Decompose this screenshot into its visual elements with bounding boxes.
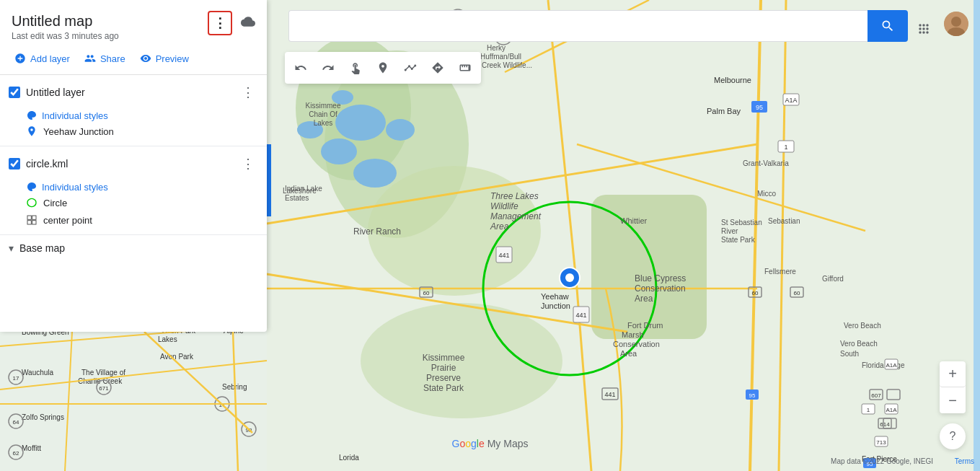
- svg-text:Fellsmere: Fellsmere: [764, 268, 796, 276]
- svg-text:Area: Area: [490, 221, 509, 232]
- svg-text:Marsh: Marsh: [622, 330, 644, 339]
- svg-rect-138: [27, 216, 31, 219]
- svg-line-137: [233, 332, 238, 471]
- svg-text:Herky: Herky: [487, 44, 506, 52]
- more-options-button[interactable]: ⋮: [208, 11, 232, 35]
- sidebar-header: Untitled map Last edit was 3 minutes ago…: [0, 0, 267, 45]
- svg-text:South: South: [840, 350, 859, 358]
- svg-text:A1A: A1A: [886, 362, 897, 369]
- svg-rect-5: [591, 195, 707, 339]
- undo-button[interactable]: [288, 55, 314, 81]
- svg-rect-140: [27, 221, 31, 224]
- cloud-icon: [241, 14, 255, 32]
- search-bar: [288, 10, 908, 42]
- terms-link[interactable]: Terms: [955, 457, 974, 465]
- layer-untitled-menu-button[interactable]: ⋮: [238, 82, 258, 102]
- svg-text:State Park: State Park: [423, 383, 464, 393]
- add-marker-button[interactable]: [370, 55, 396, 81]
- base-map-label: Base map: [19, 242, 65, 254]
- svg-text:Wildlife: Wildlife: [490, 201, 518, 211]
- svg-text:62: 62: [13, 450, 19, 457]
- redo-button[interactable]: [315, 55, 341, 81]
- save-to-drive-button[interactable]: [235, 10, 261, 36]
- svg-text:Micco: Micco: [757, 190, 777, 198]
- minus-icon: −: [948, 392, 957, 409]
- layer-untitled-sub: Individual styles Yeehaw Junction: [0, 107, 267, 146]
- layer-untitled-checkbox[interactable]: [9, 87, 20, 98]
- layer-menu-icon: ⋮: [242, 84, 255, 100]
- svg-text:Avon Park: Avon Park: [160, 353, 194, 361]
- svg-text:Yeehaw: Yeehaw: [541, 292, 569, 301]
- layer-untitled: Untitled layer ⋮ Individual styles Yeeha…: [0, 75, 267, 146]
- measure-button[interactable]: [452, 55, 478, 81]
- layer-circle-menu-icon: ⋮: [242, 156, 255, 172]
- base-map-section[interactable]: ▾ Base map: [0, 235, 267, 261]
- google-apps-button[interactable]: [911, 16, 937, 42]
- place-center-point[interactable]: center point: [26, 211, 258, 229]
- svg-text:Vero Beach: Vero Beach: [840, 340, 878, 348]
- svg-text:St Sebastian: St Sebastian: [721, 219, 762, 226]
- place-center-point-name: center point: [43, 215, 92, 226]
- svg-text:River: River: [721, 227, 738, 235]
- svg-text:Kissimmee: Kissimmee: [423, 353, 465, 363]
- help-button[interactable]: ?: [940, 423, 966, 449]
- add-layer-button[interactable]: Add layer: [9, 50, 76, 67]
- svg-point-9: [353, 159, 397, 188]
- svg-text:Estates: Estates: [285, 194, 309, 202]
- svg-text:64: 64: [13, 419, 19, 426]
- share-label: Share: [100, 53, 125, 64]
- svg-text:Grant-Valkaria: Grant-Valkaria: [743, 159, 789, 167]
- search-button[interactable]: [868, 10, 908, 42]
- svg-rect-139: [32, 216, 36, 219]
- avatar[interactable]: [944, 12, 968, 36]
- directions-button[interactable]: [425, 55, 451, 81]
- svg-text:Florida Ridge: Florida Ridge: [862, 361, 905, 369]
- draw-line-button[interactable]: [397, 55, 423, 81]
- chevron-down-icon: ▾: [9, 242, 14, 254]
- layer-circle-kml-checkbox[interactable]: [9, 158, 20, 170]
- svg-point-22: [565, 273, 574, 282]
- pan-button[interactable]: [343, 55, 368, 81]
- svg-point-143: [951, 17, 961, 27]
- svg-text:Junction: Junction: [541, 301, 570, 310]
- place-circle-name: Circle: [43, 198, 67, 208]
- svg-text:Huffman/Bull: Huffman/Bull: [480, 53, 521, 61]
- svg-text:441: 441: [498, 252, 509, 259]
- layer-circle-kml-header: circle.kml ⋮: [0, 146, 267, 178]
- preview-label: Preview: [156, 53, 189, 64]
- individual-styles-link-1[interactable]: Individual styles: [26, 108, 258, 123]
- svg-text:Preserve: Preserve: [426, 373, 461, 383]
- more-icon: ⋮: [213, 15, 226, 31]
- svg-point-10: [386, 119, 415, 141]
- layer-untitled-title: Untitled layer: [26, 87, 232, 98]
- layer-circle-kml-menu-button[interactable]: ⋮: [238, 154, 258, 174]
- svg-text:Conservation: Conservation: [635, 283, 686, 294]
- preview-button[interactable]: Preview: [134, 50, 195, 67]
- layer-untitled-header: Untitled layer ⋮: [0, 75, 267, 107]
- svg-text:60: 60: [794, 290, 800, 296]
- svg-text:Melbourne: Melbourne: [714, 76, 751, 84]
- layer-circle-kml-sub: Individual styles Circle center point: [0, 178, 267, 234]
- zoom-in-button[interactable]: +: [940, 361, 966, 387]
- search-input[interactable]: [288, 10, 868, 42]
- svg-point-8: [321, 138, 357, 164]
- place-circle[interactable]: Circle: [26, 194, 258, 211]
- svg-text:Lorida: Lorida: [339, 454, 359, 462]
- zoom-out-button[interactable]: −: [940, 387, 966, 413]
- svg-text:A1A: A1A: [785, 97, 797, 104]
- place-yeehaw-junction[interactable]: Yeehaw Junction: [26, 123, 258, 140]
- svg-rect-141: [32, 221, 36, 224]
- svg-text:Sebastian: Sebastian: [768, 217, 800, 225]
- svg-text:713: 713: [876, 439, 886, 446]
- svg-text:17: 17: [13, 375, 19, 382]
- svg-text:The Village of: The Village of: [81, 369, 125, 377]
- individual-styles-link-2[interactable]: Individual styles: [26, 180, 258, 194]
- share-button[interactable]: Share: [79, 50, 131, 67]
- toolbar-row: Add layer Share Preview: [0, 45, 267, 75]
- svg-text:Wauchula: Wauchula: [22, 369, 54, 377]
- svg-text:671: 671: [99, 385, 109, 392]
- layer-circle-kml-title: circle.kml: [26, 158, 232, 170]
- plus-icon: +: [948, 366, 957, 382]
- svg-text:1: 1: [784, 144, 787, 151]
- svg-text:Chain Of: Chain Of: [309, 110, 337, 118]
